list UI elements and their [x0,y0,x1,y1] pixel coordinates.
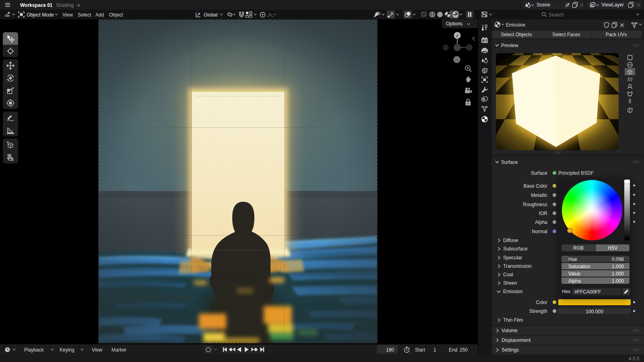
svg-text:X: X [468,46,471,50]
svg-text:Z: Z [456,34,458,38]
